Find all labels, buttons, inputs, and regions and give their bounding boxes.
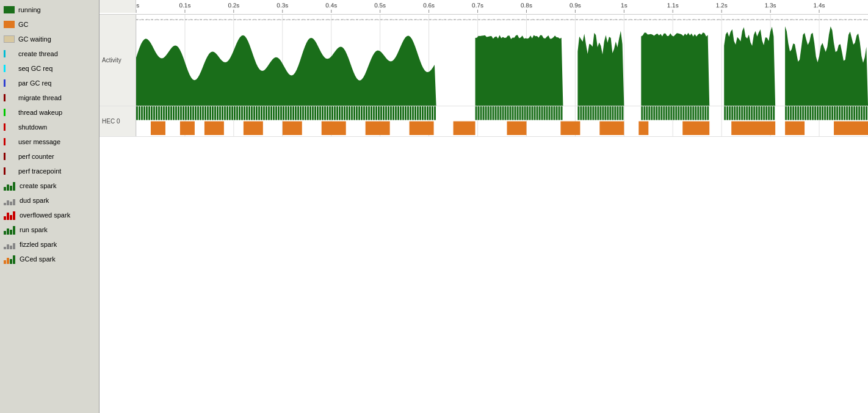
legend-item-gced-spark: GCed spark	[0, 252, 99, 266]
user-message-label: user message	[18, 138, 60, 145]
hec0-row: HEC 0	[99, 106, 868, 137]
gced-spark-label: GCed spark	[20, 255, 56, 263]
charts-area: Activity HEC 0	[99, 15, 868, 413]
legend-item-run-spark: run spark	[0, 222, 99, 237]
legend-item-create-spark: create spark	[0, 178, 99, 193]
seq-gc-req-swatch	[4, 65, 5, 72]
empty-area	[99, 137, 868, 413]
gced-spark-icon	[4, 254, 17, 264]
activity-row: Activity	[99, 15, 868, 106]
migrate-thread-swatch	[4, 94, 5, 101]
par-gc-req-swatch	[4, 79, 5, 87]
migrate-thread-label: migrate thread	[18, 94, 62, 101]
dud-spark-label: dud spark	[20, 197, 49, 204]
perf-counter-swatch	[4, 153, 5, 160]
legend: running GC GC waiting create thread seq …	[0, 0, 99, 413]
seq-gc-req-label: seq GC req	[18, 65, 52, 72]
create-thread-label: create thread	[18, 50, 58, 57]
legend-item-seq-gc-req: seq GC req	[0, 61, 99, 76]
overflowed-spark-icon	[4, 210, 17, 220]
create-spark-icon	[4, 181, 17, 191]
legend-item-par-gc-req: par GC req	[0, 76, 99, 90]
overflowed-spark-label: overflowed spark	[20, 211, 70, 219]
legend-item-dud-spark: dud spark	[0, 193, 99, 208]
gc-swatch	[4, 21, 15, 28]
legend-item-gc: GC	[0, 17, 99, 32]
shutdown-label: shutdown	[18, 123, 47, 131]
legend-item-user-message: user message	[0, 134, 99, 149]
legend-item-migrate-thread: migrate thread	[0, 90, 99, 105]
legend-item-create-thread: create thread	[0, 46, 99, 61]
shutdown-swatch	[4, 123, 5, 131]
perf-tracepoint-swatch	[4, 167, 5, 175]
hec0-chart[interactable]	[136, 106, 868, 136]
legend-item-perf-counter: perf counter	[0, 149, 99, 164]
timeline-header	[99, 0, 868, 15]
create-thread-swatch	[4, 50, 5, 57]
par-gc-req-label: par GC req	[18, 79, 51, 87]
activity-label: Activity	[99, 15, 136, 106]
legend-item-thread-wakeup: thread wakeup	[0, 105, 99, 120]
dashed-line	[136, 20, 868, 20]
legend-item-fizzled-spark: fizzled spark	[0, 237, 99, 252]
dud-spark-icon	[4, 196, 17, 205]
fizzled-spark-label: fizzled spark	[20, 241, 57, 248]
main-panel: Activity HEC 0	[99, 0, 868, 413]
legend-item-gc-waiting: GC waiting	[0, 32, 99, 46]
hec0-label: HEC 0	[99, 106, 136, 136]
create-spark-label: create spark	[20, 182, 57, 189]
user-message-swatch	[4, 138, 5, 145]
thread-wakeup-swatch	[4, 109, 5, 116]
gc-waiting-label: GC waiting	[18, 35, 51, 43]
legend-item-shutdown: shutdown	[0, 120, 99, 134]
gc-label: GC	[18, 21, 29, 28]
legend-item-overflowed-spark: overflowed spark	[0, 208, 99, 222]
legend-item-running: running	[0, 2, 99, 17]
running-label: running	[18, 6, 41, 13]
gc-waiting-swatch	[4, 35, 15, 43]
perf-counter-label: perf counter	[18, 153, 54, 160]
legend-item-perf-tracepoint: perf tracepoint	[0, 164, 99, 178]
fizzled-spark-icon	[4, 239, 17, 249]
perf-tracepoint-label: perf tracepoint	[18, 167, 61, 175]
run-spark-icon	[4, 225, 17, 235]
run-spark-label: run spark	[20, 226, 48, 233]
activity-chart[interactable]	[136, 15, 868, 106]
thread-wakeup-label: thread wakeup	[18, 109, 62, 116]
running-swatch	[4, 6, 15, 13]
